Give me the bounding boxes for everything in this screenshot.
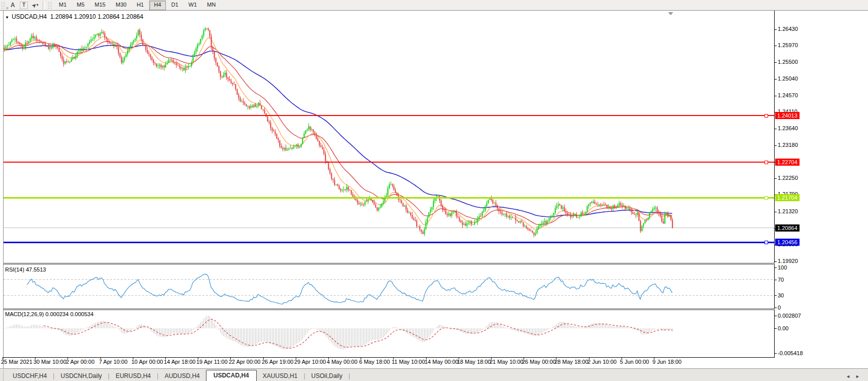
price-tick bbox=[775, 62, 777, 63]
price-tick bbox=[775, 212, 777, 212]
timeframe-button-m30[interactable]: M30 bbox=[111, 1, 131, 10]
timeframe-button-h1[interactable]: H1 bbox=[132, 1, 148, 10]
label-a-icon[interactable]: A bbox=[8, 1, 18, 9]
price-tick bbox=[775, 79, 777, 80]
level-price-tag: 1.20456 bbox=[775, 239, 800, 246]
macd-label: MACD(12,26,9) 0.000234 0.000534 bbox=[5, 311, 93, 317]
symbol-tab-xauusd[interactable]: XAUUSD,H1 bbox=[257, 371, 304, 381]
panel-separator[interactable] bbox=[3, 263, 775, 264]
price-tick bbox=[775, 178, 777, 179]
rsi-tick-label: 70 bbox=[778, 277, 784, 283]
horizontal-level-line[interactable] bbox=[4, 162, 774, 163]
rsi-tick bbox=[775, 308, 777, 308]
macd-tick-label: -0.005418 bbox=[778, 350, 803, 356]
line-handle[interactable] bbox=[765, 161, 768, 164]
tab-separator: | bbox=[349, 371, 350, 381]
date-label: 10 Apr 00:00 bbox=[131, 359, 163, 365]
price-tick-label: 1.25970 bbox=[778, 42, 798, 48]
time-axis-line bbox=[3, 357, 775, 358]
timeframe-button-d1[interactable]: D1 bbox=[167, 1, 183, 10]
macd-tick bbox=[775, 328, 777, 329]
rsi-panel-canvas[interactable] bbox=[4, 265, 774, 308]
date-label: 25 Mar 2021 bbox=[1, 359, 32, 365]
timeframe-button-w1[interactable]: W1 bbox=[184, 1, 202, 10]
date-label: 26 May 00:00 bbox=[522, 359, 556, 365]
date-label: 11 May 10:00 bbox=[392, 359, 425, 365]
top-toolbar: A T ➤▾ M1M5M15M30H1H4D1W1MN bbox=[0, 0, 868, 11]
symbol-tab-usoil[interactable]: USOil,Daily bbox=[305, 371, 349, 381]
rsi-tick bbox=[775, 295, 777, 296]
chart-frame-top-border bbox=[0, 10, 868, 11]
date-label: 14 Apr 18:00 bbox=[164, 359, 195, 365]
price-tick-label: 1.19920 bbox=[778, 258, 798, 264]
date-label: 22 Apr 00:00 bbox=[229, 359, 260, 365]
date-label: 2 Jun 10:00 bbox=[587, 359, 617, 365]
line-handle[interactable] bbox=[765, 196, 768, 200]
rsi-label: RSI(14) 47.5513 bbox=[5, 266, 46, 273]
date-label: 30 Mar 10:00 bbox=[33, 359, 66, 365]
tabbar-grip[interactable] bbox=[0, 370, 4, 381]
symbol-tab-usdcad[interactable]: USDCAD,H4 bbox=[206, 370, 257, 381]
timeframe-button-m1[interactable]: M1 bbox=[54, 1, 71, 10]
date-label: 28 May 18:00 bbox=[554, 359, 588, 365]
price-tick-label: 1.25040 bbox=[778, 75, 798, 82]
date-label: 29 Apr 10:00 bbox=[294, 359, 326, 365]
timeframe-button-mn[interactable]: MN bbox=[202, 1, 220, 10]
horizontal-level-line[interactable] bbox=[4, 115, 774, 116]
timeframe-button-m5[interactable]: M5 bbox=[72, 1, 89, 10]
timeframe-button-h4[interactable]: H4 bbox=[149, 1, 165, 10]
level-price-tag: 1.22704 bbox=[775, 159, 800, 166]
date-label: 18 May 18:00 bbox=[457, 359, 491, 365]
date-label: 14 May 00:00 bbox=[425, 359, 459, 365]
arrows-tool-icon[interactable]: ➤▾ bbox=[30, 1, 40, 9]
level-price-tag: 1.24013 bbox=[775, 112, 800, 119]
macd-panel-canvas[interactable] bbox=[4, 310, 774, 357]
macd-tick bbox=[775, 353, 777, 354]
price-tick-label: 1.23180 bbox=[778, 142, 798, 148]
horizontal-level-line[interactable] bbox=[4, 242, 774, 243]
rsi-tick-label: 100 bbox=[778, 264, 787, 271]
chart-shift-marker-icon[interactable] bbox=[668, 12, 673, 15]
symbol-title: USDCAD,H4 bbox=[12, 13, 47, 20]
toolbar-grip-icon[interactable] bbox=[48, 2, 52, 9]
tab-scroll-arrows[interactable]: ◄► bbox=[846, 374, 865, 379]
date-label: 19 Apr 11:00 bbox=[196, 359, 228, 365]
price-tick-label: 1.23640 bbox=[778, 125, 798, 131]
price-tick-label: 1.25500 bbox=[778, 59, 798, 65]
symbol-tab-usdcnh[interactable]: USDCNH,Daily bbox=[54, 371, 108, 381]
date-label: 21 May 10:00 bbox=[490, 359, 524, 365]
line-handle[interactable] bbox=[765, 114, 768, 118]
price-tick-label: 1.21320 bbox=[778, 208, 798, 214]
price-tick-label: 1.24570 bbox=[778, 92, 798, 98]
symbol-tab-bar: USDCHF,H4|USDCNH,Daily|EURUSD,H4|AUDUSD,… bbox=[0, 368, 868, 381]
macd-tick-label: 0.002807 bbox=[778, 313, 801, 319]
price-tick bbox=[775, 29, 777, 30]
price-tick bbox=[775, 46, 777, 46]
line-handle[interactable] bbox=[765, 241, 768, 244]
collapse-caret-icon[interactable]: ▼ bbox=[5, 15, 9, 20]
price-tick-label: 1.22250 bbox=[778, 175, 798, 181]
rsi-tick bbox=[775, 280, 777, 280]
symbol-tab-eurusd[interactable]: EURUSD,H4 bbox=[110, 371, 157, 381]
date-label: 5 Jun 00:00 bbox=[620, 359, 649, 365]
date-label: 4 May 00:00 bbox=[327, 359, 358, 365]
macd-tick-label: 0.00 bbox=[778, 325, 788, 331]
symbol-tab-usdchf[interactable]: USDCHF,H4 bbox=[7, 371, 53, 381]
symbol-tab-audusd[interactable]: AUDUSD,H4 bbox=[158, 371, 205, 381]
toolbar-grip-icon[interactable] bbox=[1, 2, 6, 9]
toolbar-separator bbox=[43, 1, 45, 9]
timeframe-button-m15[interactable]: M15 bbox=[90, 1, 110, 10]
horizontal-level-line[interactable] bbox=[4, 197, 774, 199]
current-price-tag: 1.20864 bbox=[775, 224, 800, 232]
date-label: 2 Apr 00:00 bbox=[66, 359, 94, 365]
date-label: 26 Apr 19:00 bbox=[262, 359, 293, 365]
date-label: 7 Apr 10:00 bbox=[99, 359, 127, 365]
text-tool-icon[interactable]: T bbox=[19, 1, 29, 9]
date-label: 9 Jun 18:00 bbox=[652, 359, 682, 365]
timeframe-bar: M1M5M15M30H1H4D1W1MN bbox=[54, 1, 221, 10]
main-chart-canvas[interactable] bbox=[4, 11, 774, 263]
price-tick bbox=[775, 145, 777, 146]
rsi-tick bbox=[775, 268, 777, 268]
price-tick-label: 1.26430 bbox=[778, 26, 798, 32]
rsi-tick-label: 30 bbox=[778, 292, 784, 298]
